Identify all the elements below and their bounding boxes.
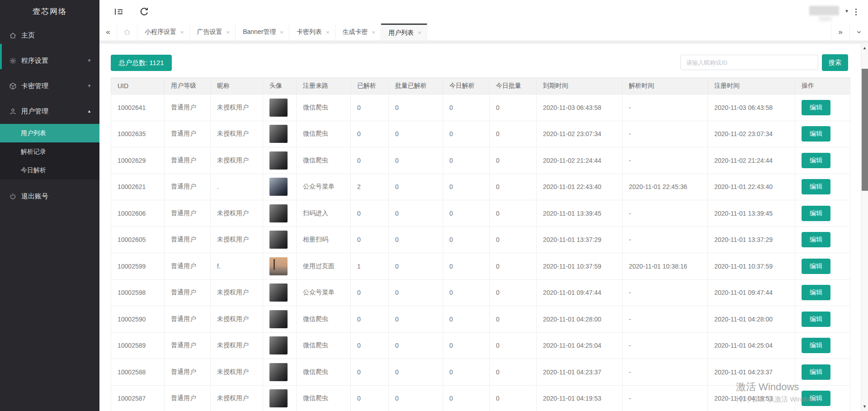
cell: 微信爬虫 bbox=[297, 385, 351, 411]
top-toolbar: ▼ bbox=[99, 0, 868, 24]
sidebar-item-label: 主页 bbox=[21, 31, 91, 40]
sidebar-subitem-2[interactable]: 今日解析 bbox=[0, 161, 99, 180]
edit-button[interactable]: 编辑 bbox=[802, 312, 830, 327]
edit-button[interactable]: 编辑 bbox=[802, 126, 830, 142]
tab-5[interactable]: 用户列表× bbox=[381, 24, 427, 41]
cell: 2020-11-02 23:07:34 bbox=[708, 121, 795, 147]
tabbar-right-controls: » bbox=[831, 24, 868, 41]
actions-cell: 编辑 bbox=[795, 332, 850, 359]
scrollbar-thumb[interactable] bbox=[862, 69, 868, 191]
cell: 0 bbox=[389, 200, 443, 227]
cell: 0 bbox=[351, 227, 389, 253]
edit-button[interactable]: 编辑 bbox=[802, 259, 830, 274]
cell: 普通用户 bbox=[165, 147, 211, 174]
tabs-scroll-left-icon[interactable]: « bbox=[99, 24, 117, 41]
cell: - bbox=[623, 147, 708, 174]
cell: 普通用户 bbox=[165, 332, 211, 359]
user-account-pill[interactable] bbox=[809, 6, 839, 15]
sidebar-submenu: 用户列表解析记录今日解析 bbox=[0, 124, 99, 180]
tab-3[interactable]: 卡密列表× bbox=[289, 24, 335, 41]
tab-close-icon[interactable]: × bbox=[180, 29, 184, 36]
cell: 普通用户 bbox=[165, 359, 211, 386]
cell: 0 bbox=[443, 200, 490, 227]
table-row: 10002598普通用户未授权用户公众号菜单00002020-11-01 09:… bbox=[111, 279, 850, 306]
tab-label: 小程序设置 bbox=[145, 28, 176, 36]
tab-2[interactable]: Banner管理× bbox=[236, 24, 289, 41]
app-logo: 壹芯网络 bbox=[0, 0, 99, 23]
tab-close-icon[interactable]: × bbox=[280, 29, 283, 36]
sidebar-item-3[interactable]: 用户管理▲ bbox=[0, 99, 99, 124]
sidebar-active-indicator bbox=[0, 44, 2, 69]
avatar bbox=[269, 257, 288, 275]
cell: 2020-11-01 04:23:37 bbox=[708, 359, 795, 386]
cell: 0 bbox=[490, 332, 537, 359]
avatar bbox=[269, 204, 288, 222]
edit-button[interactable]: 编辑 bbox=[802, 364, 830, 380]
tab-1[interactable]: 广告设置× bbox=[190, 24, 236, 41]
user-pill-smudge bbox=[819, 17, 832, 21]
edit-button[interactable]: 编辑 bbox=[802, 285, 830, 300]
collapse-sidebar-icon[interactable] bbox=[114, 7, 124, 17]
cell: 微信爬虫 bbox=[297, 147, 351, 174]
cell: 2020-11-01 10:38:16 bbox=[623, 253, 708, 280]
edit-button[interactable]: 编辑 bbox=[802, 338, 830, 353]
cell: 0 bbox=[490, 94, 537, 121]
avatar bbox=[269, 283, 288, 302]
cell: - bbox=[623, 359, 708, 386]
tab-home[interactable] bbox=[117, 24, 137, 41]
tab-4[interactable]: 生成卡密× bbox=[335, 24, 382, 41]
cell: 10002587 bbox=[111, 385, 165, 411]
sidebar-item-0[interactable]: 主页 bbox=[0, 23, 99, 48]
cell: 0 bbox=[490, 385, 537, 411]
table-row: 10002587普通用户未授权用户微信爬虫00002020-11-01 04:1… bbox=[111, 385, 850, 411]
scrollbar-down-arrow-icon[interactable]: ▼ bbox=[861, 404, 868, 409]
actions-cell: 编辑 bbox=[795, 174, 850, 200]
caret-up-icon: ▲ bbox=[87, 109, 91, 113]
sidebar-item-2[interactable]: 卡密管理▼ bbox=[0, 73, 99, 99]
tab-close-icon[interactable]: × bbox=[372, 29, 376, 36]
edit-button[interactable]: 编辑 bbox=[802, 100, 830, 115]
table-row: 10002629普通用户未授权用户微信爬虫00002020-11-02 21:2… bbox=[111, 147, 850, 174]
tab-0[interactable]: 小程序设置× bbox=[137, 24, 190, 41]
table-row: 10002635普通用户未授权用户微信爬虫00002020-11-02 23:0… bbox=[111, 121, 850, 147]
user-table: UID用户等级昵称头像注册来路已解析批量已解析今日解析今日批量到期时间解析时间注… bbox=[111, 77, 850, 411]
tabs-dropdown-icon[interactable] bbox=[849, 24, 868, 41]
edit-button[interactable]: 编辑 bbox=[802, 391, 830, 406]
tab-close-icon[interactable]: × bbox=[226, 29, 230, 36]
sidebar-item-1[interactable]: 程序设置▼ bbox=[0, 48, 99, 73]
edit-button[interactable]: 编辑 bbox=[802, 232, 830, 247]
actions-cell: 编辑 bbox=[795, 279, 850, 306]
tabs-scroll-right-icon[interactable]: » bbox=[831, 24, 849, 41]
sidebar-item-logout[interactable]: 退出账号 bbox=[0, 186, 99, 206]
user-dropdown-caret-icon[interactable]: ▼ bbox=[844, 9, 849, 14]
scrollbar-up-arrow-icon[interactable]: ▲ bbox=[861, 46, 868, 50]
avatar-cell bbox=[263, 200, 297, 227]
cell: - bbox=[623, 227, 708, 253]
user-icon bbox=[9, 108, 17, 115]
actions-cell: 编辑 bbox=[795, 227, 850, 253]
tab-close-icon[interactable]: × bbox=[326, 29, 330, 36]
sidebar-subitem-0[interactable]: 用户列表 bbox=[0, 124, 99, 142]
search-input[interactable] bbox=[680, 55, 818, 70]
search-button[interactable]: 搜索 bbox=[822, 54, 848, 71]
page-scrollbar[interactable]: ▲ ▼ bbox=[861, 43, 868, 411]
refresh-icon[interactable] bbox=[139, 7, 149, 17]
cell: 10002606 bbox=[111, 200, 165, 227]
cell: 2 bbox=[351, 174, 389, 200]
cell: 0 bbox=[490, 147, 537, 174]
sidebar-subitem-1[interactable]: 解析记录 bbox=[0, 142, 99, 161]
tab-close-icon[interactable]: × bbox=[418, 29, 421, 36]
sidebar: 壹芯网络 主页程序设置▼卡密管理▼用户管理▲用户列表解析记录今日解析 退出账号 bbox=[0, 0, 99, 411]
cell: 2020-11-01 04:25:04 bbox=[537, 332, 623, 359]
cell: 0 bbox=[389, 253, 443, 280]
tabs-host: 小程序设置×广告设置×Banner管理×卡密列表×生成卡密×用户列表× bbox=[137, 24, 427, 41]
edit-button[interactable]: 编辑 bbox=[802, 179, 830, 194]
actions-cell: 编辑 bbox=[795, 385, 850, 411]
avatar-cell bbox=[263, 227, 297, 253]
cell: 0 bbox=[443, 227, 490, 253]
edit-button[interactable]: 编辑 bbox=[802, 206, 830, 221]
edit-button[interactable]: 编辑 bbox=[802, 153, 830, 168]
cell: . bbox=[211, 174, 263, 200]
cell: 未授权用户 bbox=[211, 279, 263, 306]
more-dots-icon[interactable] bbox=[853, 7, 859, 17]
